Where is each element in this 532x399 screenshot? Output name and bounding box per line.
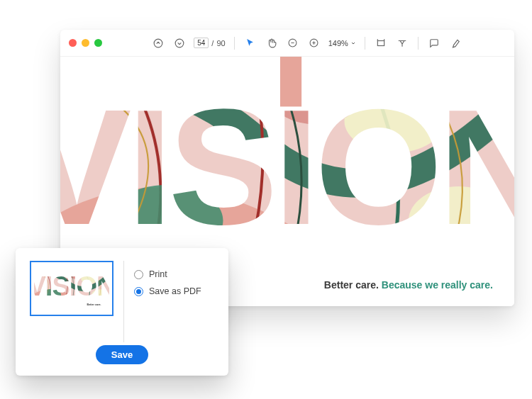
svg-point-0 [154, 39, 162, 47]
option-save-pdf-label: Save as PDF [149, 286, 201, 296]
toolbar-separator [365, 37, 365, 50]
comment-tool-icon[interactable] [427, 36, 441, 50]
toolbar-separator [418, 37, 419, 50]
page-current-input[interactable]: 54 [194, 38, 209, 48]
zoom-out-icon[interactable] [286, 36, 300, 50]
dialog-separator [123, 261, 124, 342]
page-sep: / [211, 39, 214, 47]
page-indicator: 54 / 90 [194, 38, 225, 48]
svg-rect-4 [377, 40, 384, 45]
pointer-tool-icon[interactable] [243, 36, 257, 50]
fit-width-icon[interactable] [374, 36, 388, 50]
save-options: Print Save as PDF [134, 261, 201, 296]
svg-rect-13 [280, 57, 301, 106]
minimize-window-button[interactable] [82, 39, 89, 47]
option-save-as-pdf[interactable]: Save as PDF [134, 286, 201, 296]
toolbar-separator [234, 37, 235, 50]
page-up-icon[interactable] [151, 36, 165, 50]
svg-text:Better care.: Better care. [87, 303, 101, 306]
tagline-part1: Better care. [324, 279, 379, 291]
save-button[interactable]: Save [96, 345, 148, 364]
save-dialog: Better care. Print Save as PDF Save [16, 248, 228, 376]
maximize-window-button[interactable] [94, 39, 102, 47]
page-total: 90 [216, 39, 225, 47]
chevron-down-icon [350, 40, 356, 46]
hand-tool-icon[interactable] [265, 36, 279, 50]
zoom-dropdown[interactable]: 149% [328, 39, 356, 47]
zoom-value: 149% [328, 39, 348, 47]
close-window-button[interactable] [69, 39, 77, 47]
fit-page-icon[interactable] [395, 36, 409, 50]
radio-icon [134, 287, 143, 296]
titlebar: 54 / 90 149% [60, 30, 514, 57]
tagline: Better care. Because we really care. [324, 279, 493, 291]
radio-icon [134, 270, 143, 279]
toolbar: 54 / 90 149% [108, 36, 506, 50]
svg-point-1 [175, 39, 184, 47]
page-down-icon[interactable] [172, 36, 187, 50]
option-print-label: Print [149, 269, 167, 279]
tagline-part2: Because we really care. [382, 279, 493, 291]
option-print[interactable]: Print [134, 269, 201, 279]
document-thumbnail[interactable]: Better care. [30, 261, 113, 316]
zoom-in-icon[interactable] [307, 36, 321, 50]
highlight-tool-icon[interactable] [448, 36, 462, 50]
window-controls [69, 39, 102, 47]
